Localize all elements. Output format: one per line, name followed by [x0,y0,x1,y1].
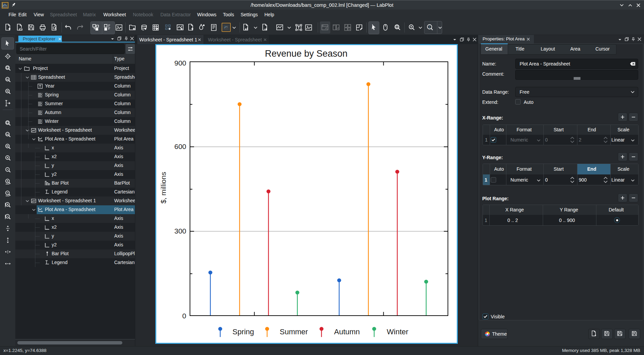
svg-text:Revenue by Season: Revenue by Season [265,49,347,59]
svg-text:300: 300 [174,227,186,235]
svg-text:Summer: Summer [280,328,308,336]
svg-text:600: 600 [174,143,186,150]
svg-text:$, millions: $, millions [159,172,167,203]
svg-text:Autumn: Autumn [334,328,360,336]
svg-text:0: 0 [182,312,186,320]
svg-text:Winter: Winter [387,328,408,336]
svg-text:Spring: Spring [232,328,254,336]
svg-text:1: 1 [429,25,431,29]
svg-text:900: 900 [174,59,186,67]
